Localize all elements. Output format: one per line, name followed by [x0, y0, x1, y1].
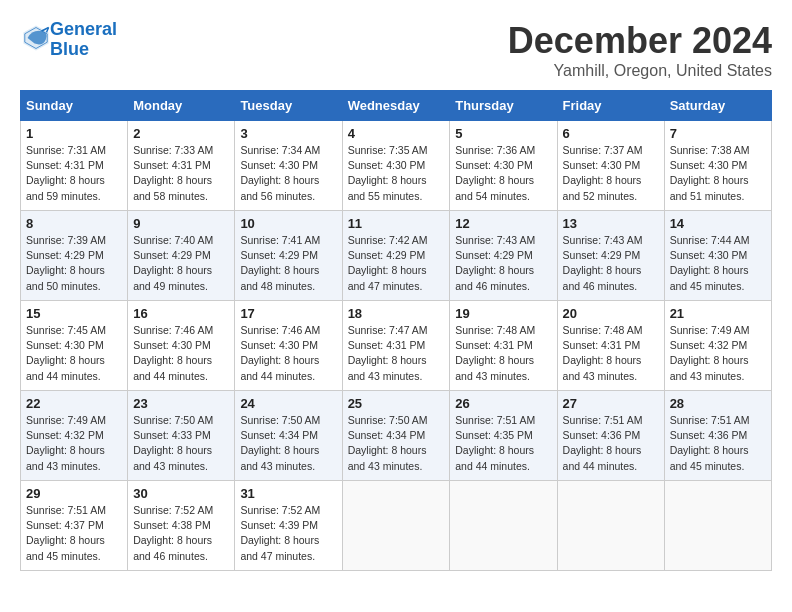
calendar-cell: 29 Sunrise: 7:51 AMSunset: 4:37 PMDaylig… [21, 481, 128, 571]
day-info: Sunrise: 7:36 AMSunset: 4:30 PMDaylight:… [455, 144, 535, 202]
day-number: 21 [670, 306, 766, 321]
day-number: 15 [26, 306, 122, 321]
day-number: 23 [133, 396, 229, 411]
day-info: Sunrise: 7:52 AMSunset: 4:38 PMDaylight:… [133, 504, 213, 562]
weekday-header-sunday: Sunday [21, 91, 128, 121]
day-info: Sunrise: 7:38 AMSunset: 4:30 PMDaylight:… [670, 144, 750, 202]
calendar-cell: 26 Sunrise: 7:51 AMSunset: 4:35 PMDaylig… [450, 391, 557, 481]
day-number: 1 [26, 126, 122, 141]
week-row-5: 29 Sunrise: 7:51 AMSunset: 4:37 PMDaylig… [21, 481, 772, 571]
day-info: Sunrise: 7:49 AMSunset: 4:32 PMDaylight:… [26, 414, 106, 472]
calendar-cell: 1 Sunrise: 7:31 AMSunset: 4:31 PMDayligh… [21, 121, 128, 211]
calendar: SundayMondayTuesdayWednesdayThursdayFrid… [20, 90, 772, 571]
day-number: 11 [348, 216, 445, 231]
day-info: Sunrise: 7:43 AMSunset: 4:29 PMDaylight:… [563, 234, 643, 292]
calendar-cell: 7 Sunrise: 7:38 AMSunset: 4:30 PMDayligh… [664, 121, 771, 211]
logo-text: GeneralBlue [50, 20, 117, 60]
weekday-header-saturday: Saturday [664, 91, 771, 121]
calendar-header-row: SundayMondayTuesdayWednesdayThursdayFrid… [21, 91, 772, 121]
calendar-cell: 11 Sunrise: 7:42 AMSunset: 4:29 PMDaylig… [342, 211, 450, 301]
day-number: 22 [26, 396, 122, 411]
week-row-2: 8 Sunrise: 7:39 AMSunset: 4:29 PMDayligh… [21, 211, 772, 301]
location-title: Yamhill, Oregon, United States [508, 62, 772, 80]
day-info: Sunrise: 7:37 AMSunset: 4:30 PMDaylight:… [563, 144, 643, 202]
day-number: 19 [455, 306, 551, 321]
day-number: 16 [133, 306, 229, 321]
day-number: 31 [240, 486, 336, 501]
day-info: Sunrise: 7:42 AMSunset: 4:29 PMDaylight:… [348, 234, 428, 292]
day-number: 27 [563, 396, 659, 411]
day-info: Sunrise: 7:50 AMSunset: 4:33 PMDaylight:… [133, 414, 213, 472]
day-number: 12 [455, 216, 551, 231]
day-number: 26 [455, 396, 551, 411]
day-number: 17 [240, 306, 336, 321]
calendar-cell: 10 Sunrise: 7:41 AMSunset: 4:29 PMDaylig… [235, 211, 342, 301]
logo: GeneralBlue [20, 20, 117, 60]
day-number: 18 [348, 306, 445, 321]
calendar-cell: 20 Sunrise: 7:48 AMSunset: 4:31 PMDaylig… [557, 301, 664, 391]
day-number: 2 [133, 126, 229, 141]
day-number: 3 [240, 126, 336, 141]
calendar-cell: 18 Sunrise: 7:47 AMSunset: 4:31 PMDaylig… [342, 301, 450, 391]
day-info: Sunrise: 7:49 AMSunset: 4:32 PMDaylight:… [670, 324, 750, 382]
day-info: Sunrise: 7:40 AMSunset: 4:29 PMDaylight:… [133, 234, 213, 292]
day-info: Sunrise: 7:33 AMSunset: 4:31 PMDaylight:… [133, 144, 213, 202]
calendar-cell: 2 Sunrise: 7:33 AMSunset: 4:31 PMDayligh… [128, 121, 235, 211]
calendar-cell [557, 481, 664, 571]
day-info: Sunrise: 7:41 AMSunset: 4:29 PMDaylight:… [240, 234, 320, 292]
calendar-cell: 12 Sunrise: 7:43 AMSunset: 4:29 PMDaylig… [450, 211, 557, 301]
day-number: 29 [26, 486, 122, 501]
calendar-cell: 5 Sunrise: 7:36 AMSunset: 4:30 PMDayligh… [450, 121, 557, 211]
day-number: 7 [670, 126, 766, 141]
calendar-cell: 9 Sunrise: 7:40 AMSunset: 4:29 PMDayligh… [128, 211, 235, 301]
header: GeneralBlue December 2024 Yamhill, Orego… [20, 20, 772, 80]
day-number: 30 [133, 486, 229, 501]
weekday-header-friday: Friday [557, 91, 664, 121]
calendar-body: 1 Sunrise: 7:31 AMSunset: 4:31 PMDayligh… [21, 121, 772, 571]
day-info: Sunrise: 7:51 AMSunset: 4:35 PMDaylight:… [455, 414, 535, 472]
day-number: 20 [563, 306, 659, 321]
day-info: Sunrise: 7:44 AMSunset: 4:30 PMDaylight:… [670, 234, 750, 292]
calendar-cell: 31 Sunrise: 7:52 AMSunset: 4:39 PMDaylig… [235, 481, 342, 571]
calendar-cell: 16 Sunrise: 7:46 AMSunset: 4:30 PMDaylig… [128, 301, 235, 391]
calendar-cell: 27 Sunrise: 7:51 AMSunset: 4:36 PMDaylig… [557, 391, 664, 481]
calendar-cell: 6 Sunrise: 7:37 AMSunset: 4:30 PMDayligh… [557, 121, 664, 211]
day-info: Sunrise: 7:39 AMSunset: 4:29 PMDaylight:… [26, 234, 106, 292]
weekday-header-thursday: Thursday [450, 91, 557, 121]
day-number: 14 [670, 216, 766, 231]
calendar-cell: 15 Sunrise: 7:45 AMSunset: 4:30 PMDaylig… [21, 301, 128, 391]
day-number: 4 [348, 126, 445, 141]
day-info: Sunrise: 7:47 AMSunset: 4:31 PMDaylight:… [348, 324, 428, 382]
calendar-cell: 14 Sunrise: 7:44 AMSunset: 4:30 PMDaylig… [664, 211, 771, 301]
logo-icon [22, 24, 50, 52]
calendar-cell: 22 Sunrise: 7:49 AMSunset: 4:32 PMDaylig… [21, 391, 128, 481]
day-info: Sunrise: 7:48 AMSunset: 4:31 PMDaylight:… [563, 324, 643, 382]
calendar-cell [664, 481, 771, 571]
calendar-cell: 21 Sunrise: 7:49 AMSunset: 4:32 PMDaylig… [664, 301, 771, 391]
day-info: Sunrise: 7:46 AMSunset: 4:30 PMDaylight:… [133, 324, 213, 382]
day-info: Sunrise: 7:35 AMSunset: 4:30 PMDaylight:… [348, 144, 428, 202]
day-number: 6 [563, 126, 659, 141]
day-info: Sunrise: 7:45 AMSunset: 4:30 PMDaylight:… [26, 324, 106, 382]
day-number: 8 [26, 216, 122, 231]
week-row-4: 22 Sunrise: 7:49 AMSunset: 4:32 PMDaylig… [21, 391, 772, 481]
day-info: Sunrise: 7:51 AMSunset: 4:37 PMDaylight:… [26, 504, 106, 562]
week-row-1: 1 Sunrise: 7:31 AMSunset: 4:31 PMDayligh… [21, 121, 772, 211]
day-info: Sunrise: 7:48 AMSunset: 4:31 PMDaylight:… [455, 324, 535, 382]
calendar-cell [450, 481, 557, 571]
day-info: Sunrise: 7:51 AMSunset: 4:36 PMDaylight:… [670, 414, 750, 472]
calendar-cell [342, 481, 450, 571]
day-info: Sunrise: 7:31 AMSunset: 4:31 PMDaylight:… [26, 144, 106, 202]
calendar-cell: 30 Sunrise: 7:52 AMSunset: 4:38 PMDaylig… [128, 481, 235, 571]
calendar-cell: 19 Sunrise: 7:48 AMSunset: 4:31 PMDaylig… [450, 301, 557, 391]
day-number: 25 [348, 396, 445, 411]
day-number: 10 [240, 216, 336, 231]
calendar-cell: 23 Sunrise: 7:50 AMSunset: 4:33 PMDaylig… [128, 391, 235, 481]
weekday-header-monday: Monday [128, 91, 235, 121]
day-info: Sunrise: 7:52 AMSunset: 4:39 PMDaylight:… [240, 504, 320, 562]
calendar-cell: 8 Sunrise: 7:39 AMSunset: 4:29 PMDayligh… [21, 211, 128, 301]
day-number: 5 [455, 126, 551, 141]
calendar-cell: 28 Sunrise: 7:51 AMSunset: 4:36 PMDaylig… [664, 391, 771, 481]
day-number: 9 [133, 216, 229, 231]
calendar-cell: 13 Sunrise: 7:43 AMSunset: 4:29 PMDaylig… [557, 211, 664, 301]
